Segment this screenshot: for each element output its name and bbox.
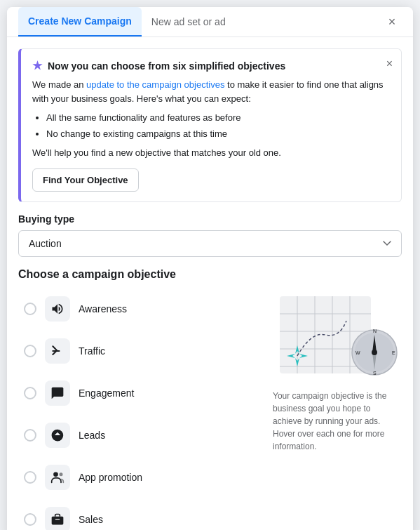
traffic-icon [50,344,65,358]
objective-layout: Awareness Traffic [18,289,402,531]
buying-type-dropdown[interactable]: Auction Reach & Frequency TRP Buying [18,230,402,257]
traffic-icon-wrap [45,338,70,364]
notice-banner: ★ Now you can choose from six simplified… [18,48,402,202]
tab-create-campaign[interactable]: Create New Campaign [18,7,142,37]
svg-point-0 [53,472,58,477]
engagement-icon-wrap [45,380,70,406]
svg-text:E: E [392,350,395,355]
notice-title: ★ Now you can choose from six simplified… [32,59,390,72]
svg-point-21 [372,350,377,355]
notice-link[interactable]: update to the campaign objectives [86,79,224,90]
radio-awareness [24,303,36,315]
app-promotion-icon-wrap [45,465,70,490]
campaign-objective-section: Choose a campaign objective Awareness [7,257,413,531]
svg-text:W: W [355,350,360,355]
leads-icon-wrap [45,423,70,448]
app-promotion-icon [50,470,65,484]
radio-engagement [24,387,36,399]
campaign-objective-title: Choose a campaign objective [18,268,402,281]
buying-type-label: Buying type [18,213,402,225]
notice-bullets: All the same functionality and features … [46,111,390,140]
svg-rect-3 [55,519,60,520]
radio-sales [24,513,36,526]
objective-item-app-promotion[interactable]: App promotion [18,458,262,497]
radio-traffic [24,345,36,357]
modal-close-button[interactable]: × [382,12,402,32]
notice-body: We made an update to the campaign object… [32,78,390,160]
notice-footer-text: We'll help you find a new objective that… [32,146,390,160]
buying-type-section: Buying type Auction Reach & Frequency TR… [7,213,413,257]
svg-text:S: S [373,371,377,376]
notice-bullet-2: No change to existing campaigns at this … [46,127,390,141]
svg-rect-2 [52,516,64,524]
objective-item-engagement[interactable]: Engagement [18,373,262,413]
leads-icon [50,428,65,442]
objective-item-sales[interactable]: Sales [18,500,262,531]
star-icon: ★ [32,59,42,72]
tab-new-ad-set[interactable]: New ad set or ad [142,8,236,36]
map-compass-illustration: N S E W [273,289,402,380]
awareness-label: Awareness [79,303,127,314]
objective-info-panel: N S E W Your campaign objective is the b… [262,289,402,531]
modal-container: Create New Campaign New ad set or ad × ★… [7,7,413,530]
engagement-icon [50,386,65,400]
awareness-icon-wrap [45,296,70,322]
objective-info-text: Your campaign objective is the business … [273,390,402,453]
radio-app-promotion [24,471,36,484]
modal-header: Create New Campaign New ad set or ad × [7,7,413,37]
objective-item-leads[interactable]: Leads [18,416,262,455]
traffic-label: Traffic [79,345,105,357]
objective-list: Awareness Traffic [18,289,262,531]
objective-item-awareness[interactable]: Awareness [18,289,262,329]
sales-label: Sales [79,514,103,525]
notice-bullet-1: All the same functionality and features … [46,111,390,125]
engagement-label: Engagement [79,387,134,399]
leads-label: Leads [79,430,105,441]
sales-icon-wrap [45,507,70,531]
svg-text:N: N [373,329,377,333]
radio-leads [24,429,36,442]
awareness-icon [50,302,65,316]
objective-item-traffic[interactable]: Traffic [18,331,262,371]
app-promotion-label: App promotion [79,472,142,483]
svg-point-1 [60,472,63,476]
sales-icon [50,512,65,526]
find-objective-button[interactable]: Find Your Objective [32,168,139,192]
notice-close-button[interactable]: × [386,58,393,70]
